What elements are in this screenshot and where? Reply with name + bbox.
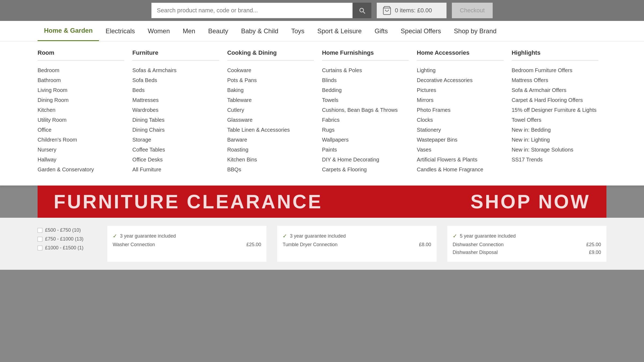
nav-item-beauty[interactable]: Beauty xyxy=(202,21,235,41)
nav-item-home---garden[interactable]: Home & Garden xyxy=(38,21,99,41)
menu-item-blinds[interactable]: Blinds xyxy=(322,75,409,85)
menu-item-dining-chairs[interactable]: Dining Chairs xyxy=(132,125,219,135)
service-price: £25.00 xyxy=(246,242,261,248)
menu-item-dining-room[interactable]: Dining Room xyxy=(38,95,124,105)
menu-item-pictures[interactable]: Pictures xyxy=(417,85,503,95)
menu-item-cookware[interactable]: Cookware xyxy=(227,65,314,75)
menu-item-hallway[interactable]: Hallway xyxy=(38,155,124,165)
menu-item-diy---home-decorating[interactable]: DIY & Home Decorating xyxy=(322,155,409,165)
header-bar: 0 items: £0.00 Checkout xyxy=(0,0,644,21)
menu-item-sofas---armchairs[interactable]: Sofas & Armchairs xyxy=(132,65,219,75)
menu-item-bathroom[interactable]: Bathroom xyxy=(38,75,124,85)
menu-item-cutlery[interactable]: Cutlery xyxy=(227,105,314,115)
menu-item-carpet---hard-flooring-offers[interactable]: Carpet & Hard Flooring Offers xyxy=(512,95,598,105)
menu-item-decorative-accessories[interactable]: Decorative Accessories xyxy=(417,75,503,85)
menu-item-tableware[interactable]: Tableware xyxy=(227,95,314,105)
menu-item-wastepaper-bins[interactable]: Wastepaper Bins xyxy=(417,135,503,145)
menu-item-----off-designer-furniture---lights[interactable]: 15% off Designer Furniture & Lights xyxy=(512,105,598,115)
service-price: £25.00 xyxy=(586,242,601,248)
menu-item-vases[interactable]: Vases xyxy=(417,145,503,155)
menu-item-wallpapers[interactable]: Wallpapers xyxy=(322,135,409,145)
menu-item-kitchen[interactable]: Kitchen xyxy=(38,105,124,115)
menu-item-artificial-flowers---plants[interactable]: Artificial Flowers & Plants xyxy=(417,155,503,165)
guarantee-row: ✓3 year guarantee included xyxy=(283,231,431,241)
search-input[interactable] xyxy=(151,3,353,18)
menu-column-highlights: HighlightsBedroom Furniture OffersMattre… xyxy=(512,49,606,175)
main-nav: Home & GardenElectricalsWomenMenBeautyBa… xyxy=(0,21,644,41)
menu-item-curtains---poles[interactable]: Curtains & Poles xyxy=(322,65,409,75)
menu-item-new-in--lighting[interactable]: New in: Lighting xyxy=(512,135,598,145)
menu-item-table-linen---accessories[interactable]: Table Linen & Accessories xyxy=(227,125,314,135)
furniture-clearance-banner[interactable]: FURNITURE CLEARANCE SHOP NOW xyxy=(38,186,606,218)
filter-checkbox[interactable] xyxy=(38,228,42,233)
menu-column-header: Furniture xyxy=(132,49,219,61)
menu-item-living-room[interactable]: Living Room xyxy=(38,85,124,95)
menu-item-paints[interactable]: Paints xyxy=(322,145,409,155)
search-area xyxy=(151,3,371,18)
menu-item-photo-frames[interactable]: Photo Frames xyxy=(417,105,503,115)
menu-item-kitchen-bins[interactable]: Kitchen Bins xyxy=(227,155,314,165)
menu-item-towels[interactable]: Towels xyxy=(322,95,409,105)
nav-item-sport---leisure[interactable]: Sport & Leisure xyxy=(311,21,368,41)
menu-item-towel-offers[interactable]: Towel Offers xyxy=(512,115,598,125)
menu-item-dining-tables[interactable]: Dining Tables xyxy=(132,115,219,125)
nav-item-electricals[interactable]: Electricals xyxy=(99,21,141,41)
menu-item-wardrobes[interactable]: Wardrobes xyxy=(132,105,219,115)
nav-item-baby---child[interactable]: Baby & Child xyxy=(235,21,285,41)
menu-item-rugs[interactable]: Rugs xyxy=(322,125,409,135)
menu-item-barware[interactable]: Barware xyxy=(227,135,314,145)
menu-item-mattress-offers[interactable]: Mattress Offers xyxy=(512,75,598,85)
banner-right-text: SHOP NOW xyxy=(470,191,590,213)
menu-item-pots---pans[interactable]: Pots & Pans xyxy=(227,75,314,85)
nav-item-men[interactable]: Men xyxy=(176,21,202,41)
nav-item-toys[interactable]: Toys xyxy=(285,21,311,41)
menu-item-carpets---flooring[interactable]: Carpets & Flooring xyxy=(322,165,409,175)
menu-item-garden---conservatory[interactable]: Garden & Conservatory xyxy=(38,165,124,175)
menu-item-lighting[interactable]: Lighting xyxy=(417,65,503,75)
menu-item-mattresses[interactable]: Mattresses xyxy=(132,95,219,105)
menu-item-bedroom[interactable]: Bedroom xyxy=(38,65,124,75)
menu-item-all-furniture[interactable]: All Furniture xyxy=(132,165,219,175)
search-button[interactable] xyxy=(353,3,371,18)
menu-item-bedroom-furniture-offers[interactable]: Bedroom Furniture Offers xyxy=(512,65,598,75)
checkout-button[interactable]: Checkout xyxy=(452,3,493,18)
filter-checkbox[interactable] xyxy=(38,237,42,242)
check-icon: ✓ xyxy=(113,233,117,239)
menu-item-new-in--bedding[interactable]: New in: Bedding xyxy=(512,125,598,135)
nav-item-gifts[interactable]: Gifts xyxy=(368,21,394,41)
menu-item-baking[interactable]: Baking xyxy=(227,85,314,95)
menu-item-bedding[interactable]: Bedding xyxy=(322,85,409,95)
menu-item-beds[interactable]: Beds xyxy=(132,85,219,95)
menu-item-new-in--storage-solutions[interactable]: New in: Storage Solutions xyxy=(512,145,598,155)
menu-item-bbqs[interactable]: BBQs xyxy=(227,165,314,175)
menu-item-office[interactable]: Office xyxy=(38,125,124,135)
menu-item-stationery[interactable]: Stationery xyxy=(417,125,503,135)
menu-item-utility-room[interactable]: Utility Room xyxy=(38,115,124,125)
menu-item-sofa-beds[interactable]: Sofa Beds xyxy=(132,75,219,85)
nav-item-shop-by-brand[interactable]: Shop by Brand xyxy=(448,21,503,41)
menu-item-clocks[interactable]: Clocks xyxy=(417,115,503,125)
menu-item-storage[interactable]: Storage xyxy=(132,135,219,145)
guarantee-text: 3 year guarantee included xyxy=(120,233,176,239)
menu-item-children-s-room[interactable]: Children's Room xyxy=(38,135,124,145)
menu-item-fabrics[interactable]: Fabrics xyxy=(322,115,409,125)
bottom-content: £500 - £750 (10)£750 - £1000 (13)£1000 -… xyxy=(0,218,644,270)
service-label: Washer Connection xyxy=(113,242,155,248)
menu-column-home-furnishings: Home FurnishingsCurtains & PolesBlindsBe… xyxy=(322,49,417,175)
nav-item-special-offers[interactable]: Special Offers xyxy=(394,21,447,41)
menu-item-ss---trends[interactable]: SS17 Trends xyxy=(512,155,598,165)
menu-item-candles---home-fragrance[interactable]: Candles & Home Fragrance xyxy=(417,165,503,175)
service-row: Dishwasher Disposal£9.00 xyxy=(453,249,601,256)
menu-item-cushions--bean-bags---throws[interactable]: Cushions, Bean Bags & Throws xyxy=(322,105,409,115)
menu-item-nursery[interactable]: Nursery xyxy=(38,145,124,155)
menu-item-coffee-tables[interactable]: Coffee Tables xyxy=(132,145,219,155)
menu-item-sofa---armchair-offers[interactable]: Sofa & Armchair Offers xyxy=(512,85,598,95)
menu-item-office-desks[interactable]: Office Desks xyxy=(132,155,219,165)
menu-item-roasting[interactable]: Roasting xyxy=(227,145,314,155)
guarantee-text: 3 year guarantee included xyxy=(290,233,346,239)
filter-item: £500 - £750 (10) xyxy=(38,226,97,235)
filter-checkbox[interactable] xyxy=(38,246,42,250)
menu-item-glassware[interactable]: Glassware xyxy=(227,115,314,125)
menu-item-mirrors[interactable]: Mirrors xyxy=(417,95,503,105)
nav-item-women[interactable]: Women xyxy=(141,21,176,41)
